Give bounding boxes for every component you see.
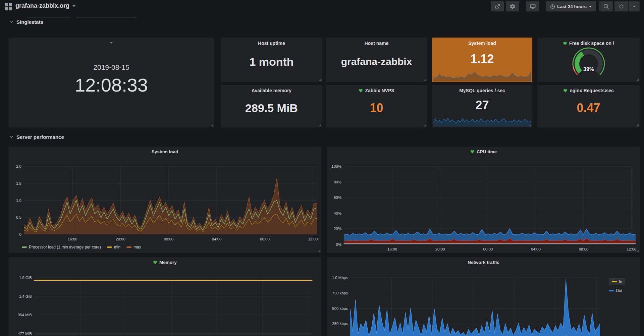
subnav-divider	[27, 17, 70, 18]
panel-title[interactable]: Host name	[326, 41, 427, 46]
x-tick-label: 16:00	[387, 247, 397, 251]
panel-title[interactable]: CPU time	[327, 149, 640, 154]
legend-label: max	[133, 245, 141, 249]
section-label: Server performance	[16, 134, 64, 140]
panel-title[interactable]: MySQL queries / sec	[432, 88, 532, 93]
y-tick-label: 1.0	[16, 199, 21, 203]
y-tick-label: 60%	[334, 195, 341, 200]
mysql-sparkline	[433, 111, 531, 127]
x-tick-label: 04:00	[531, 247, 541, 251]
legend-color-dash	[107, 246, 112, 248]
health-heart-icon	[470, 150, 475, 154]
time-range-picker[interactable]: Last 24 hours	[546, 1, 596, 11]
panel-resize-handle[interactable]	[636, 78, 639, 81]
panel-title-text: Host uptime	[258, 41, 285, 46]
panel-resize-handle[interactable]	[636, 249, 639, 252]
tv-mode-button[interactable]	[526, 1, 539, 11]
panel-resize-handle[interactable]	[529, 78, 531, 81]
panel-zabbix-nvps: Zabbix NVPS 10	[326, 85, 427, 127]
dashboard-title-picker[interactable]: grafana-zabbix.org	[15, 2, 76, 9]
stat-value: 27	[432, 98, 532, 112]
panel-host-uptime: Host uptime 1 month	[221, 38, 322, 82]
clock-date: 2019-08-15	[93, 63, 129, 71]
chevron-down-icon	[9, 135, 14, 139]
legend-item-in[interactable]: In	[609, 278, 625, 285]
x-tick-label: 08:00	[579, 247, 589, 251]
panel-clock: 2019-08-15 12:08:33	[8, 38, 214, 127]
panel-title[interactable]: Zabbix NVPS	[326, 88, 427, 93]
chevron-down-icon	[633, 5, 636, 8]
share-button[interactable]	[491, 1, 504, 11]
gauge-value: 39%	[583, 66, 594, 72]
refresh-icon	[619, 4, 624, 9]
legend-color-dash	[609, 290, 614, 291]
section-row-server-performance[interactable]: Server performance	[9, 134, 64, 140]
legend-item-processor-load-1-min-average-per-core-[interactable]: Processor load (1 min average per core)	[22, 245, 101, 249]
panel-title[interactable]: nginx Requests\sec	[537, 88, 640, 93]
free-disk-gauge: 39%	[564, 43, 614, 82]
panel-resize-handle[interactable]	[636, 124, 639, 126]
refresh-interval-dropdown[interactable]	[629, 1, 640, 11]
panel-system-load-graph: System load 16:0020:0000:0004:0008:0012:…	[8, 147, 321, 253]
clock-display: 2019-08-15 12:08:33	[8, 38, 214, 124]
panel-resize-handle[interactable]	[424, 124, 426, 126]
system-load-plot[interactable]: 16:0020:0000:0004:0008:0012:002.01.51.00…	[8, 147, 321, 253]
clock-icon	[550, 4, 555, 9]
refresh-button[interactable]	[614, 1, 628, 11]
y-tick-label: 80%	[334, 180, 341, 184]
panel-title[interactable]: Memory	[8, 260, 321, 265]
settings-button[interactable]	[506, 1, 519, 11]
x-tick-label: 12:00	[308, 237, 318, 241]
legend-item-out[interactable]: Out	[609, 288, 622, 293]
y-tick-label: 100%	[332, 164, 341, 168]
panel-resize-handle[interactable]	[318, 249, 320, 252]
y-tick-label: 1.5	[16, 181, 21, 185]
panel-title-text: nginx Requests\sec	[570, 88, 614, 93]
panel-resize-handle[interactable]	[529, 124, 531, 126]
panel-title[interactable]: System load	[432, 41, 532, 46]
legend-label: min	[114, 245, 120, 249]
cpu-time-plot[interactable]: 16:0020:0000:0004:0008:0012:00100%80%60%…	[327, 147, 640, 253]
panel-host-name: Host name grafana-zabbix	[326, 38, 427, 82]
dashboard-grid-icon[interactable]	[5, 3, 12, 10]
gear-icon	[509, 3, 516, 9]
x-tick-label: 08:00	[260, 237, 270, 241]
share-icon	[494, 3, 500, 9]
panel-mysql-queries: MySQL queries / sec 27	[432, 85, 532, 127]
y-tick-label: 0%	[336, 242, 341, 246]
legend-label: Processor load (1 min average per core)	[29, 245, 101, 249]
panel-title-text: CPU time	[477, 149, 497, 154]
panel-resize-handle[interactable]	[319, 78, 321, 81]
system_load_spark-svg	[433, 66, 531, 81]
legend-label: Out	[616, 288, 622, 293]
panel-title-text: MySQL queries / sec	[459, 88, 505, 93]
panel-resize-handle[interactable]	[319, 124, 321, 126]
memory_graph-svg: 1.9 GiB1.4 GiB954 MiB477 MiB	[8, 273, 321, 336]
y-tick-label: 1.4 GiB	[19, 294, 32, 298]
panel-title[interactable]: System load	[8, 149, 321, 154]
panel-network-traffic-graph: Network traffic 1.0 Mbps750 kbps500 kbps…	[327, 257, 640, 336]
y-tick-label: 2.0	[16, 164, 21, 168]
stat-value: 1.12	[432, 52, 532, 66]
stat-value: 10	[326, 101, 427, 115]
navbar: grafana-zabbix.org Last 24 hours	[0, 0, 644, 13]
legend-item-max[interactable]: max	[126, 245, 141, 249]
panel-title-text: Host name	[365, 41, 389, 46]
x-tick-label: 20:00	[116, 237, 125, 241]
section-row-singlestats[interactable]: Singlestats	[9, 19, 43, 25]
panel-title[interactable]: Available memory	[221, 88, 322, 93]
panel-resize-handle[interactable]	[211, 124, 213, 126]
zoom-out-button[interactable]	[599, 1, 613, 11]
panel-title[interactable]: Network traffic	[327, 260, 640, 265]
panel-resize-handle[interactable]	[424, 78, 426, 81]
panel-title-text: System load	[468, 41, 496, 46]
y-tick-label: 750 kbps	[332, 291, 348, 295]
network-traffic-plot[interactable]: 1.0 Mbps750 kbps500 kbps250 kbps	[327, 273, 640, 336]
x-tick-label: 16:00	[68, 237, 77, 241]
legend-color-dash	[126, 246, 131, 248]
legend-color-dash	[22, 246, 27, 248]
panel-title[interactable]: Host uptime	[221, 41, 322, 46]
legend-item-min[interactable]: min	[107, 245, 120, 249]
memory-plot[interactable]: 1.9 GiB1.4 GiB954 MiB477 MiB	[8, 273, 321, 336]
stat-value: 289.5 MiB	[221, 101, 322, 114]
